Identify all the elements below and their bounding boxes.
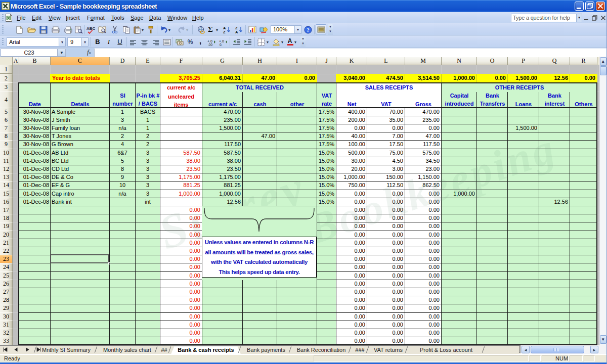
svg-text:A: A — [235, 30, 238, 34]
svg-text:?: ? — [307, 27, 310, 33]
svg-text:.00: .00 — [208, 43, 212, 46]
svg-text:+.0: +.0 — [219, 39, 224, 43]
svg-text:0.: 0. — [220, 43, 223, 46]
svg-text:ABC: ABC — [86, 26, 96, 31]
svg-text:+.0: +.0 — [207, 39, 212, 43]
svg-text:Z: Z — [223, 30, 226, 34]
